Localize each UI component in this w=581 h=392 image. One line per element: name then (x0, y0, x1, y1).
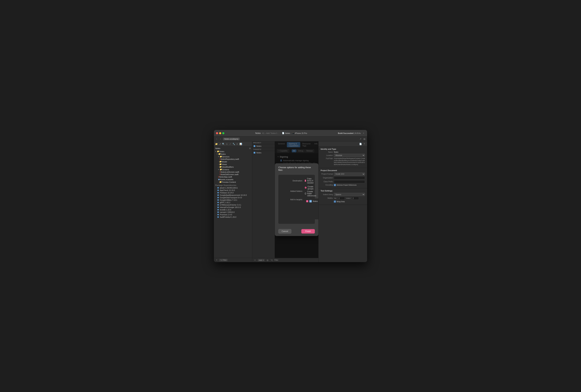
sidebar-item-notes-repo[interactable]: S NotesRepository.swift (214, 158, 252, 160)
inspector-icon[interactable]: ▤ (363, 138, 366, 140)
pkg-dot-gtm (218, 204, 219, 206)
minimize-button[interactable] (219, 132, 221, 134)
chevron-right-icon: ▾ (217, 153, 218, 155)
status-icon-1[interactable]: ◎ (266, 259, 269, 262)
nav-forward-icon[interactable]: › (219, 138, 222, 140)
sidebar-item-model[interactable]: › 📁 Model (214, 160, 252, 163)
close-button[interactable] (216, 132, 218, 134)
settings-panel: General Signing & Capabilities Resource … (275, 141, 318, 258)
pkg-dot-interop (218, 207, 219, 208)
finish-button[interactable]: Finish (301, 229, 315, 234)
sidebar-header: Notes M (214, 147, 252, 150)
search-icon[interactable]: 🔍 (222, 143, 225, 145)
sidebar-item-views-label: Views (222, 163, 227, 165)
cancel-button[interactable]: Cancel (278, 229, 291, 234)
filter-button[interactable]: ⌥ Filter (219, 259, 228, 261)
modal-title: Choose options for adding these files: (278, 166, 311, 171)
target-row-notes: ✓ N Notes (306, 199, 318, 203)
pkg-abseil[interactable]: abseil 1.20240116011 (214, 187, 252, 189)
sidebar-item-notes-root[interactable]: ▾ 📁 Notes (214, 150, 252, 153)
sidebar-item-preview-label: Preview Content (222, 181, 236, 183)
create-folder-refs-option[interactable]: Create folder references (305, 190, 317, 197)
target-checkbox-notes[interactable]: ✓ (306, 200, 308, 202)
auto-indicator: Auto ▾ (258, 259, 265, 261)
debug-icon[interactable]: 🔧 (232, 143, 235, 145)
add-button[interactable]: + (362, 132, 365, 135)
pkg-gtm[interactable]: GTMSessionFetcher 3.4.1 (214, 204, 252, 206)
auto-label: Auto (259, 259, 262, 261)
share-icon[interactable]: ↗ (359, 138, 362, 140)
wrap-lines-checkbox[interactable]: ✓ (334, 201, 336, 203)
create-folder-refs-radio[interactable] (305, 193, 306, 195)
sidebar-item-note-edit[interactable]: S NoteEditScreen.swift (214, 173, 252, 176)
filter-status-icon[interactable]: ⌥ (270, 259, 273, 262)
project-notes-item[interactable]: Notes (252, 144, 275, 148)
sidebar-item-assets[interactable]: ◼ Assets.xcassets (214, 178, 252, 181)
pkg-interop[interactable]: InteropForGoogle 100.0.0 (214, 206, 252, 209)
sidebar-item-notes-list[interactable]: S NotesListScreen.swift (214, 171, 252, 173)
sidebar-item-preview-content[interactable]: › 📁 Preview Content (214, 181, 252, 183)
pkg-googleutils[interactable]: GoogleUtilities 7.13.1 (214, 199, 252, 201)
pkg-dot-leveldb (218, 209, 219, 210)
sidebar-item-notes-inner[interactable]: ▾ 📁 Notes (214, 153, 252, 155)
encoding-checkbox[interactable]: ✓ (334, 184, 336, 186)
location-select[interactable]: Absolute (334, 154, 365, 157)
folder-icon[interactable]: 📁 (215, 143, 218, 145)
model-chevron-icon: › (218, 161, 218, 163)
location-label: Location (320, 154, 333, 156)
indent-width-input[interactable] (352, 197, 359, 200)
reports-icon[interactable]: 📊 (239, 143, 242, 145)
destination-value: Copy items if needed (307, 178, 314, 184)
organization-input[interactable] (334, 176, 365, 179)
pkg-appcheck[interactable]: AppCheck 10.19.0 (214, 189, 252, 191)
nav-back-icon[interactable]: ‹ (215, 138, 218, 140)
modal-header: Choose options for adding these files: (275, 163, 318, 173)
issues-icon[interactable]: ⚠ (226, 143, 228, 145)
pkg-firebase[interactable]: Firebase 10.24.0 (214, 191, 252, 194)
notes-folder-icon: 📁 (217, 150, 219, 152)
sidebar-item-views[interactable]: › 📁 Views (214, 163, 252, 166)
tests-icon[interactable]: ✓ (229, 143, 232, 145)
fullscreen-button[interactable] (222, 132, 224, 134)
pkg-grpc[interactable]: gRPC 1.62.2 (214, 201, 252, 204)
encoding-label: Encoding (320, 184, 333, 186)
file-tab[interactable]: Notes.xcodeproj (223, 138, 240, 140)
pkg-googleapp[interactable]: GoogleAppMeasurement 10.24.0 (214, 194, 252, 196)
pkg-swiftprotobuf[interactable]: SwiftProtobuf 1.26.0 (214, 216, 252, 218)
create-groups-option[interactable]: Create groups (305, 186, 317, 190)
sidebar-item-viewmodifiers[interactable]: › 📁 ViewModifiers (214, 166, 252, 168)
create-groups-radio[interactable] (305, 187, 306, 189)
help-icon[interactable]: ? (363, 143, 366, 145)
pkg-leveldb[interactable]: leveldb 1.22.6 (214, 209, 252, 211)
pkg-dot-promises (218, 214, 219, 215)
text-settings-section: Text Settings Indent Using Spaces Widths… (318, 188, 367, 205)
breakpoints-icon[interactable]: ⊙ (236, 143, 239, 145)
wrap-lines-group: ✓ Wrap lines (334, 201, 345, 203)
sidebar-item-notes-repo-label: NotesRepository.swift (221, 158, 239, 160)
target-name-notes: Notes (313, 200, 318, 202)
file-inspector-icon[interactable]: 📄 (359, 143, 362, 145)
source-control-icon[interactable]: ⎇ (218, 143, 221, 145)
target-notes-item[interactable]: Notes (252, 151, 275, 154)
viewmodifiers-chevron-icon: › (218, 166, 218, 168)
indent-using-select[interactable]: Spaces (334, 193, 365, 196)
pkg-googledata[interactable]: GoogleDataTransport 9.4.0 (214, 196, 252, 199)
sidebar-item-services-label: Services (222, 156, 230, 158)
breadcrumb: 📄 Notes › 📱 iPhone 15 Pro (282, 132, 307, 134)
sidebar-item-notes-app[interactable]: S NotesApp.swift (214, 176, 252, 178)
project-format-select[interactable]: Xcode 14.0 (334, 173, 365, 176)
sidebar-item-screens[interactable]: ▾ 📁 Screens (214, 168, 252, 171)
widths-label: Widths (320, 197, 333, 199)
class-prefix-input[interactable] (334, 180, 365, 183)
project-document-title: Project Document (320, 169, 365, 171)
pkg-nanopb[interactable]: nanopb 2.30910.0 (214, 211, 252, 213)
add-status-icon[interactable]: + (254, 259, 256, 262)
add-sidebar-icon[interactable]: + (215, 259, 218, 261)
model-folder-icon: 📁 (219, 160, 222, 163)
assets-icon: ◼ (218, 178, 220, 181)
sidebar: 📁 ⎇ 🔍 ⚠ ✓ 🔧 ⊙ 📊 Notes M ▾ 📁 Notes ▾ (214, 141, 252, 262)
pkg-promises[interactable]: Promises 2.4.0 (214, 213, 252, 216)
sidebar-item-services[interactable]: ▾ 📁 Services (214, 155, 252, 158)
tab-width-input[interactable] (338, 197, 345, 200)
destination-checkbox[interactable]: ✓ (305, 180, 306, 182)
